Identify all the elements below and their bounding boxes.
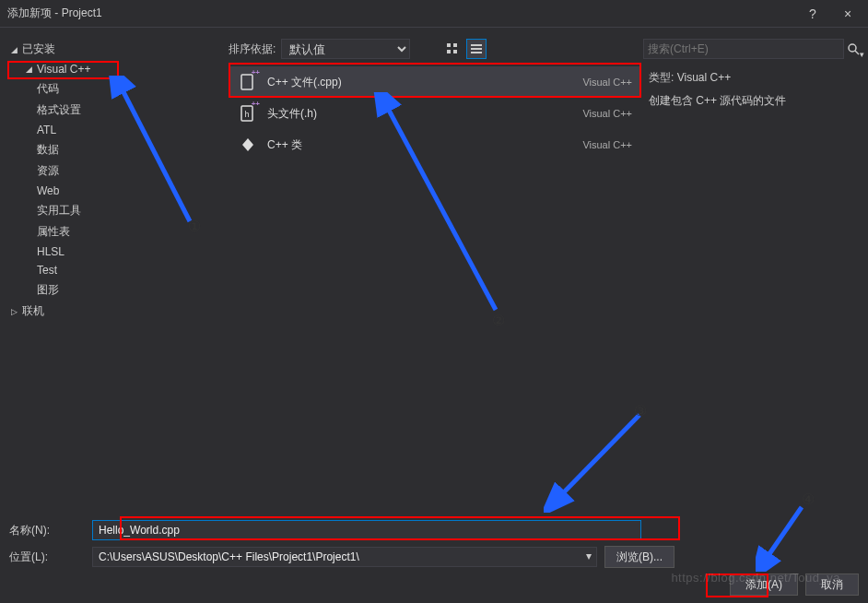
search-icon[interactable]: ▾	[846, 39, 861, 59]
header-file-icon: h ++	[238, 103, 258, 124]
tree-label: HLSL	[37, 245, 65, 258]
location-input[interactable]	[92, 547, 597, 567]
chevron-down-icon: ◢	[26, 65, 35, 74]
chevron-down-icon: ◢	[11, 45, 20, 54]
tree-label: 格式设置	[37, 102, 81, 118]
category-tree: ◢ 已安装 ◢ Visual C++ 代码 格式设置 ATL 数据 资源 Web…	[0, 33, 221, 322]
template-lang: Visual C++	[582, 77, 632, 88]
svg-rect-3	[453, 50, 457, 53]
chevron-down-icon[interactable]: ▾	[586, 550, 592, 562]
template-lang: Visual C++	[582, 108, 632, 119]
name-label: 名称(N):	[9, 523, 92, 538]
sort-select[interactable]: 默认值	[281, 39, 410, 59]
svg-rect-9	[241, 75, 252, 89]
tree-label: 代码	[37, 81, 59, 97]
svg-rect-5	[471, 48, 482, 50]
tree-label: Web	[37, 184, 59, 197]
tree-label: 已安装	[22, 41, 55, 57]
annotation-arrow-3	[544, 402, 654, 513]
tree-shapes[interactable]: 图形	[7, 279, 221, 301]
template-name: C++ 类	[267, 137, 582, 153]
tree-item[interactable]: 属性表	[7, 221, 221, 242]
watermark: https://blog.csdn.net/Toud_ya	[671, 571, 840, 585]
svg-point-7	[849, 44, 856, 52]
detail-type: 类型: Visual C++	[649, 70, 857, 86]
annotation-number-3: ③	[630, 400, 651, 420]
tree-item[interactable]: 格式设置	[7, 100, 221, 121]
svg-marker-12	[242, 138, 253, 151]
tree-item[interactable]: 实用工具	[7, 200, 221, 221]
tree-label: ATL	[37, 124, 56, 136]
tree-label: 实用工具	[37, 203, 81, 219]
cpp-file-icon: ++	[238, 72, 258, 92]
grid-icon	[446, 42, 459, 55]
search-input[interactable]	[648, 42, 839, 55]
tree-online[interactable]: ▷ 联机	[7, 301, 221, 322]
svg-rect-2	[447, 50, 451, 53]
help-button[interactable]: ?	[803, 6, 822, 21]
bottom-form: 名称(N): 位置(L): ▾ 浏览(B)... 添加(A) 取消	[0, 514, 868, 603]
template-name: 头文件(.h)	[267, 106, 582, 122]
close-button[interactable]: ×	[839, 6, 857, 21]
tree-visual-cpp[interactable]: ◢ Visual C++	[7, 60, 221, 78]
tree-item[interactable]: 资源	[7, 160, 221, 182]
search-box[interactable]	[643, 39, 844, 59]
tree-item[interactable]: 代码	[7, 78, 221, 100]
tree-item[interactable]: 数据	[7, 139, 221, 160]
annotation-number-2: ②	[488, 310, 509, 330]
tree-label: 图形	[37, 282, 59, 298]
svg-rect-0	[447, 43, 451, 47]
browse-button[interactable]: 浏览(B)...	[604, 546, 674, 568]
template-header-file[interactable]: h ++ 头文件(.h) Visual C++	[229, 98, 641, 129]
template-list: ++ C++ 文件(.cpp) Visual C++ h ++ 头文件(.h) …	[229, 66, 641, 160]
tree-installed[interactable]: ◢ 已安装	[7, 39, 221, 60]
template-name: C++ 文件(.cpp)	[267, 75, 582, 90]
chevron-right-icon: ▷	[11, 307, 20, 316]
sort-bar: 排序依据: 默认值	[229, 39, 410, 59]
list-icon	[470, 42, 483, 55]
annotation-number-4: ④	[798, 489, 818, 509]
view-grid-button[interactable]	[442, 39, 463, 59]
tree-label: 属性表	[37, 224, 70, 240]
location-label: 位置(L):	[9, 550, 92, 565]
svg-rect-1	[453, 43, 457, 47]
tree-label: 数据	[37, 142, 59, 158]
tree-item[interactable]: HLSL	[7, 242, 221, 261]
tree-label: 资源	[37, 163, 59, 179]
window-title: 添加新项 - Project1	[7, 6, 803, 21]
detail-desc: 创建包含 C++ 源代码的文件	[649, 93, 857, 109]
tree-label: 联机	[22, 303, 44, 319]
svg-rect-4	[471, 44, 482, 46]
template-cpp-file[interactable]: ++ C++ 文件(.cpp) Visual C++	[229, 66, 641, 98]
svg-line-15	[558, 415, 639, 498]
view-mode-group	[442, 39, 487, 59]
template-lang: Visual C++	[582, 139, 632, 150]
cpp-class-icon	[238, 135, 258, 155]
titlebar: 添加新项 - Project1 ? ×	[0, 0, 868, 28]
tree-item[interactable]: Web	[7, 182, 221, 200]
detail-type-label: 类型:	[649, 71, 674, 84]
sort-label: 排序依据:	[229, 41, 276, 57]
window-controls: ? ×	[803, 6, 861, 21]
detail-type-value: Visual C++	[677, 71, 731, 84]
template-cpp-class[interactable]: C++ 类 Visual C++	[229, 129, 641, 160]
svg-rect-6	[471, 52, 482, 53]
details-pane: 类型: Visual C++ 创建包含 C++ 源代码的文件	[649, 70, 857, 116]
tree-item[interactable]: ATL	[7, 121, 221, 139]
name-input[interactable]	[92, 520, 641, 540]
view-list-button[interactable]	[466, 39, 487, 59]
tree-label: Visual C++	[37, 63, 90, 76]
svg-text:h: h	[244, 110, 249, 119]
tree-label: Test	[37, 264, 57, 277]
svg-line-8	[855, 51, 859, 54]
tree-item[interactable]: Test	[7, 261, 221, 279]
